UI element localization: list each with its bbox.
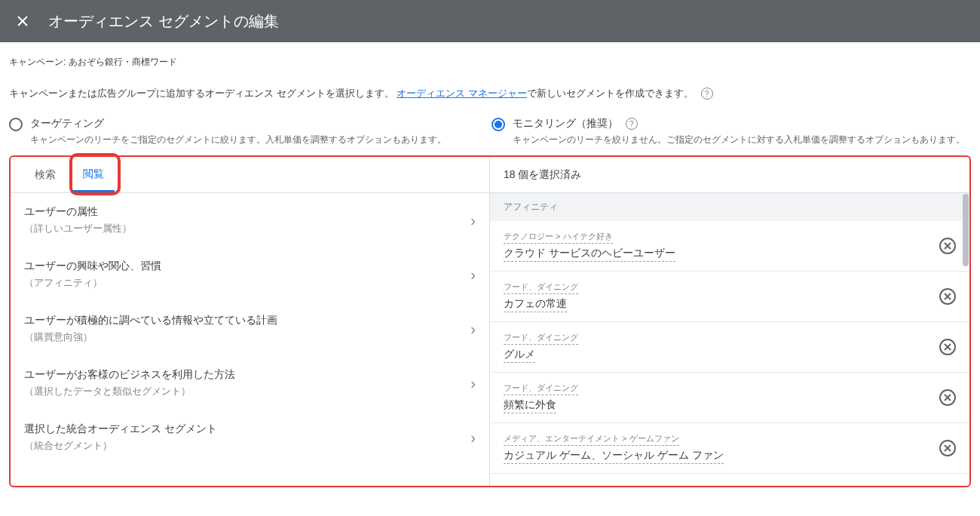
selected-item: フード、ダイニング頻繁に外食 [490,373,969,423]
chevron-right-icon: › [470,266,476,284]
help-icon[interactable]: ? [626,118,638,130]
chevron-right-icon: › [470,375,476,392]
tab-search[interactable]: 検索 [24,158,66,192]
radio-targeting-sub: キャンペーンのリーチをご指定のセグメントに絞ります。入札単価を調整するオプション… [30,134,446,146]
panel-right: 18 個を選択済み アフィニティテクノロジー > ハイテク好きクラウド サービス… [490,157,969,486]
selected-item: フード、ダイニングカフェの常連 [490,272,969,322]
selected-list: アフィニティテクノロジー > ハイテク好きクラウド サービスのヘビーユーザーフー… [490,193,969,486]
remove-icon[interactable] [939,238,956,254]
description-suffix: で新しいセグメントを作成できます。 [527,87,694,100]
radio-targeting[interactable]: ターゲティング キャンペーンのリーチをご指定のセグメントに絞ります。入札単価を調… [9,117,492,146]
scrollbar[interactable] [963,194,969,266]
radio-monitoring-title: モニタリング（推奨） [513,117,618,131]
selected-count: 18 個を選択済み [490,157,969,193]
chevron-right-icon: › [470,212,476,229]
selected-group-header: アフィニティ [490,193,969,221]
remove-icon[interactable] [939,389,956,406]
selected-item-title: 頻繁に外食 [504,398,556,413]
selected-item: フード、ダイニンググルメ [490,322,969,373]
selected-item-title: カフェの常連 [504,297,567,312]
browse-item-sub: （購買意向強） [24,330,277,344]
dialog-header: オーディエンス セグメントの編集 [0,0,980,42]
panel-left: 検索 閲覧 ユーザーの属性（詳しいユーザー属性）›ユーザーの興味や関心、習慣（ア… [11,157,490,486]
radio-monitoring[interactable]: モニタリング（推奨） ? キャンペーンのリーチを絞りません。ご指定のセグメントに… [492,117,965,146]
audience-manager-link[interactable]: オーディエンス マネージャー [397,87,527,100]
browse-item-title: ユーザーがお客様のビジネスを利用した方法 [24,368,235,382]
browse-item-sub: （アフィニティ） [24,276,161,290]
browse-item-title: ユーザーの興味や関心、習慣 [24,260,161,273]
selected-item-crumb: フード、ダイニング [504,281,578,294]
radio-targeting-title: ターゲティング [30,117,446,131]
selected-item-title: クラウド サービスのヘビーユーザー [504,247,675,262]
segment-panel: 検索 閲覧 ユーザーの属性（詳しいユーザー属性）›ユーザーの興味や関心、習慣（ア… [9,155,971,487]
browse-item-title: ユーザーの属性 [24,205,132,219]
browse-item-title: 選択した統合オーディエンス セグメント [24,422,217,436]
dialog-title: オーディエンス セグメントの編集 [48,11,279,32]
browse-item-sub: （選択したデータと類似セグメント） [24,385,235,398]
selected-item: メディア、エンターテイメント > ゲームファンカジュアル ゲーム、ソーシャル ゲ… [490,423,969,474]
remove-icon[interactable] [939,339,956,355]
campaign-label: キャンペーン: [9,57,66,67]
browse-item[interactable]: ユーザーの属性（詳しいユーザー属性）› [11,193,489,247]
help-icon[interactable]: ? [701,88,713,100]
selected-item-title: カジュアル ゲーム、ソーシャル ゲーム ファン [504,449,724,464]
selected-item: テクノロジー > ハイテク好きクラウド サービスのヘビーユーザー [490,221,969,272]
browse-item-sub: （統合セグメント） [24,439,217,453]
remove-icon[interactable] [939,440,956,456]
chevron-right-icon: › [470,429,476,447]
selected-item-crumb: フード、ダイニング [504,382,578,395]
description-prefix: キャンペーンまたは広告グループに追加するオーディエンス セグメントを選択します。 [9,87,394,100]
description-line: キャンペーンまたは広告グループに追加するオーディエンス セグメントを選択します。… [9,87,971,100]
radio-icon[interactable] [9,118,23,131]
browse-item[interactable]: ユーザーの興味や関心、習慣（アフィニティ）› [11,247,489,302]
tabs: 検索 閲覧 [11,157,489,193]
browse-item[interactable]: 選択した統合オーディエンス セグメント（統合セグメント）› [11,410,489,465]
selected-item-crumb: フード、ダイニング [504,332,578,345]
selected-item-crumb: テクノロジー > ハイテク好き [504,231,613,244]
remove-icon[interactable] [939,288,956,305]
chevron-right-icon: › [470,321,476,338]
radio-icon[interactable] [492,118,505,131]
browse-item[interactable]: ユーザーがお客様のビジネスを利用した方法（選択したデータと類似セグメント）› [11,356,489,410]
browse-item[interactable]: ユーザーが積極的に調べている情報や立てている計画（購買意向強）› [11,302,489,356]
campaign-breadcrumb: キャンペーン: あおぞら銀行・商標ワード [9,56,971,69]
browse-item-title: ユーザーが積極的に調べている情報や立てている計画 [24,314,277,327]
browse-list: ユーザーの属性（詳しいユーザー属性）›ユーザーの興味や関心、習慣（アフィニティ）… [11,193,489,486]
selected-item-title: グルメ [504,348,535,363]
tab-browse[interactable]: 閲覧 [72,156,115,192]
selected-item-crumb: メディア、エンターテイメント > ゲームファン [504,433,679,446]
campaign-name: あおぞら銀行・商標ワード [69,57,177,67]
radio-monitoring-sub: キャンペーンのリーチを絞りません。ご指定のセグメントに対する入札単価を調整するオ… [513,134,965,146]
close-icon[interactable] [14,12,32,30]
browse-item-sub: （詳しいユーザー属性） [24,222,132,235]
